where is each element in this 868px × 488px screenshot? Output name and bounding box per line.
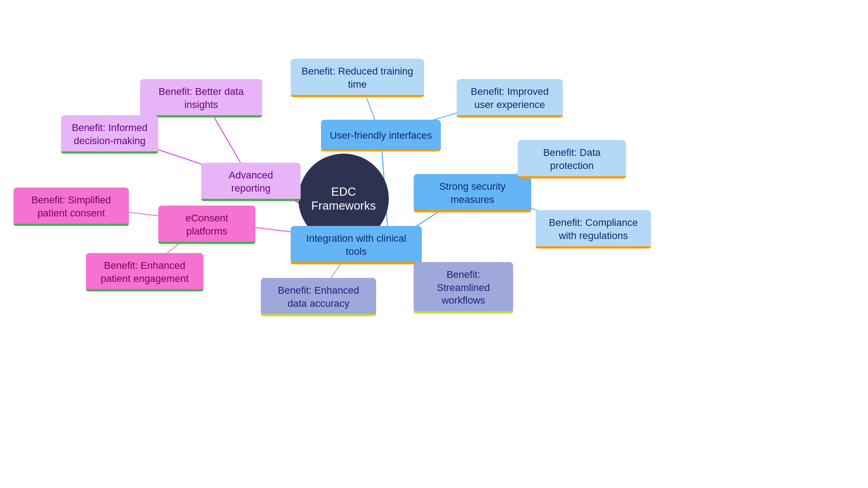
improved-user-experience-node: Benefit: Improved user experience bbox=[457, 79, 563, 117]
streamlined-workflows-label: Benefit: Streamlined workflows bbox=[422, 268, 505, 307]
informed-decision-making-node: Benefit: Informed decision-making bbox=[61, 115, 158, 154]
improved-user-experience-label: Benefit: Improved user experience bbox=[465, 85, 555, 111]
simplified-patient-consent-node: Benefit: Simplified patient consent bbox=[14, 188, 129, 226]
data-protection-label: Benefit: Data protection bbox=[526, 146, 618, 172]
reduced-training-time-node: Benefit: Reduced training time bbox=[291, 59, 424, 97]
econsent-platforms-node: eConsent platforms bbox=[158, 206, 255, 244]
user-friendly-interfaces-label: User-friendly interfaces bbox=[330, 129, 432, 142]
strong-security-measures-node: Strong security measures bbox=[414, 174, 531, 212]
better-data-insights-label: Benefit: Better data insights bbox=[148, 85, 254, 111]
streamlined-workflows-node: Benefit: Streamlined workflows bbox=[414, 262, 513, 314]
compliance-with-regulations-node: Benefit: Compliance with regulations bbox=[536, 210, 651, 249]
enhanced-data-accuracy-node: Benefit: Enhanced data accuracy bbox=[261, 278, 376, 316]
center-node-label: EDC Frameworks bbox=[298, 185, 389, 213]
enhanced-patient-engagement-node: Benefit: Enhanced patient engagement bbox=[86, 253, 203, 291]
compliance-with-regulations-label: Benefit: Compliance with regulations bbox=[544, 216, 643, 242]
better-data-insights-node: Benefit: Better data insights bbox=[140, 79, 262, 117]
user-friendly-interfaces-node: User-friendly interfaces bbox=[321, 120, 441, 151]
advanced-reporting-label: Advanced reporting bbox=[209, 169, 292, 195]
integration-clinical-tools-label: Integration with clinical tools bbox=[299, 232, 414, 258]
advanced-reporting-node: Advanced reporting bbox=[201, 163, 301, 201]
econsent-platforms-label: eConsent platforms bbox=[166, 212, 247, 238]
connection-lines bbox=[0, 0, 868, 488]
mind-map-canvas: EDC Frameworks Advanced reportingBenefit… bbox=[0, 0, 868, 488]
strong-security-measures-label: Strong security measures bbox=[422, 180, 523, 206]
informed-decision-making-label: Benefit: Informed decision-making bbox=[69, 122, 150, 147]
integration-clinical-tools-node: Integration with clinical tools bbox=[291, 226, 422, 264]
enhanced-patient-engagement-label: Benefit: Enhanced patient engagement bbox=[94, 259, 195, 285]
enhanced-data-accuracy-label: Benefit: Enhanced data accuracy bbox=[269, 284, 368, 310]
data-protection-node: Benefit: Data protection bbox=[518, 140, 626, 178]
reduced-training-time-label: Benefit: Reduced training time bbox=[299, 65, 416, 91]
simplified-patient-consent-label: Benefit: Simplified patient consent bbox=[22, 194, 121, 220]
